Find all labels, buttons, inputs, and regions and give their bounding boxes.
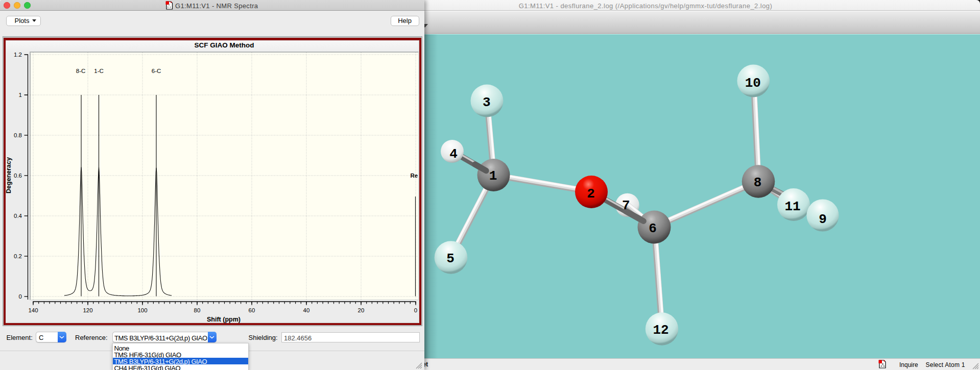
svg-text:1: 1 [489, 168, 497, 184]
svg-text:6-C: 6-C [152, 68, 161, 74]
svg-text:3: 3 [483, 95, 491, 110]
svg-text:1-C: 1-C [94, 68, 104, 74]
svg-text:Degeneracy: Degeneracy [5, 157, 12, 193]
svg-text:11: 11 [784, 199, 800, 214]
svg-text:4: 4 [449, 146, 458, 162]
svg-text:20: 20 [358, 307, 365, 313]
svg-text:8-C: 8-C [76, 68, 86, 74]
svg-text:Shift (ppm): Shift (ppm) [207, 316, 241, 323]
svg-text:2: 2 [587, 186, 595, 202]
svg-text:140: 140 [28, 307, 38, 313]
svg-text:0.8: 0.8 [14, 132, 22, 138]
svg-text:120: 120 [83, 307, 92, 313]
svg-text:5: 5 [446, 251, 455, 266]
svg-text:7: 7 [622, 198, 630, 213]
svg-text:6: 6 [649, 221, 657, 236]
svg-text:1.2: 1.2 [14, 52, 22, 58]
svg-text:10: 10 [745, 76, 761, 91]
svg-text:9: 9 [819, 212, 827, 227]
svg-text:0.4: 0.4 [14, 213, 22, 219]
svg-text:0: 0 [19, 293, 22, 300]
svg-text:1: 1 [19, 92, 22, 98]
svg-text:Re: Re [411, 172, 418, 179]
svg-text:0.6: 0.6 [14, 172, 22, 179]
svg-text:40: 40 [303, 307, 310, 313]
svg-text:100: 100 [137, 307, 147, 313]
svg-text:0.2: 0.2 [14, 253, 22, 259]
svg-text:8: 8 [754, 175, 762, 190]
svg-text:80: 80 [194, 307, 201, 313]
svg-text:60: 60 [249, 307, 255, 313]
svg-text:0: 0 [414, 307, 417, 313]
svg-text:12: 12 [653, 323, 668, 338]
